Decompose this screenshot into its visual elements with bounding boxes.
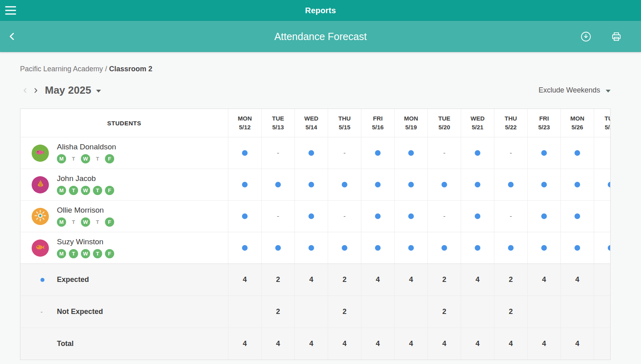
attendance-cell (427, 232, 461, 263)
student-info: Ollie MorrisonMTWTF (20, 201, 228, 232)
summary-value-cell: 4 (494, 328, 527, 360)
hamburger-menu-icon[interactable] (5, 6, 16, 15)
expected-dot-icon (441, 182, 447, 187)
summary-value-cell (594, 328, 611, 360)
attendance-cell: - (328, 137, 361, 169)
weekday-badge-0-active: M (57, 154, 66, 163)
summary-label: Not Expected (57, 308, 103, 316)
summary-value-cell (560, 296, 594, 328)
attendance-cell (494, 232, 527, 263)
sun-icon (34, 209, 46, 223)
summary-value-cell (527, 296, 560, 328)
avatar (32, 208, 49, 225)
day-header-fri-5-16: FRI5/16 (361, 109, 394, 137)
month-dropdown[interactable]: May 2025 (45, 84, 101, 97)
summary-legend (40, 278, 57, 282)
summary-value: 4 (376, 340, 380, 348)
day-date: 5/23 (538, 123, 550, 132)
weekday-badge-0-active: M (57, 249, 66, 258)
weekday-badge-1-active: T (69, 249, 78, 258)
day-date: 5/27 (605, 123, 611, 132)
table-header-row: STUDENTS MON5/12TUE5/13WED5/14THU5/15FRI… (20, 109, 611, 137)
student-name: John Jacob (57, 174, 114, 183)
summary-value: 4 (309, 276, 313, 284)
expected-dot-icon (475, 150, 480, 156)
summary-value: 2 (509, 276, 513, 284)
summary-value-cell: 2 (261, 264, 294, 296)
expected-dot-icon (574, 150, 580, 156)
day-date: 5/21 (472, 123, 483, 132)
attendance-cell (594, 137, 611, 169)
summary-value-cell: 2 (328, 264, 361, 296)
download-icon[interactable] (578, 28, 594, 44)
weekday-badge-2-active: W (81, 186, 90, 195)
attendance-cell (361, 137, 394, 169)
day-of-week: WED (304, 114, 318, 123)
weekday-badge-1-inactive: T (69, 154, 78, 163)
summary-value: 2 (442, 308, 446, 316)
summary-value: 4 (409, 340, 413, 348)
back-icon[interactable] (4, 28, 20, 44)
student-text: Ollie MorrisonMTWTF (57, 206, 114, 227)
print-icon[interactable] (608, 28, 624, 44)
day-of-week: MON (570, 114, 585, 123)
attendance-cell (394, 137, 427, 169)
attendance-cell: - (427, 137, 461, 169)
day-date: 5/16 (372, 123, 383, 132)
day-header-mon-5-19: MON5/19 (394, 109, 427, 137)
expected-dot-icon (408, 150, 414, 156)
attendance-cell (560, 201, 594, 232)
day-of-week: FRI (373, 114, 383, 123)
expected-dot-icon (242, 182, 248, 187)
day-of-week: FRI (539, 114, 549, 123)
expected-dot-icon (342, 245, 347, 251)
not-expected-dash: - (277, 212, 279, 220)
summary-value: 4 (575, 276, 579, 284)
day-date: 5/20 (438, 123, 450, 132)
students-column-header: STUDENTS (20, 109, 228, 137)
exclude-weekends-dropdown[interactable]: Exclude Weekends (538, 86, 611, 95)
expected-dot-icon (541, 182, 547, 187)
student-row-john-jacob: John JacobMTWTF (20, 169, 611, 200)
attendance-cell (361, 201, 394, 232)
summary-value: 4 (542, 340, 546, 348)
avatar (32, 145, 49, 162)
summary-label-cell: -Not Expected (20, 296, 228, 328)
attendance-cell (494, 169, 527, 200)
weekday-badge-4-active: F (105, 249, 114, 258)
summary-value-cell: 4 (527, 264, 560, 296)
weekday-badge-1-inactive: T (69, 217, 78, 227)
report-header-bar: Attendance Forecast (0, 21, 641, 52)
summary-value-cell: 4 (228, 264, 261, 296)
expected-dot-icon (408, 213, 414, 219)
expected-dot-icon (541, 150, 547, 156)
summary-value-cell (228, 296, 261, 328)
summary-value-cell: 4 (361, 328, 394, 360)
avatar (32, 176, 49, 193)
attendance-cell (394, 169, 427, 200)
summary-row-not-expected: -Not Expected2222 (20, 296, 611, 328)
attendance-cell: - (494, 137, 527, 169)
day-date: 5/13 (272, 123, 284, 132)
summary-value-cell: 2 (261, 296, 294, 328)
weekday-badges: MTWTF (57, 154, 116, 163)
day-of-week: TUE (605, 114, 611, 123)
summary-value-cell (361, 296, 394, 328)
attendance-cell (261, 169, 294, 200)
next-month-icon[interactable] (30, 84, 41, 97)
weekday-badge-4-active: F (105, 154, 114, 163)
not-expected-dash: - (40, 308, 42, 316)
day-header-tue-5-13: TUE5/13 (261, 109, 294, 137)
expected-dot-icon (574, 245, 580, 251)
day-header-mon-5-12: MON5/12 (228, 109, 261, 137)
summary-value-cell: 4 (461, 328, 494, 360)
chevron-down-icon (96, 90, 101, 93)
day-header-tue-5-20: TUE5/20 (427, 109, 461, 137)
attendance-cell (560, 169, 594, 200)
month-label: May 2025 (45, 84, 91, 97)
breadcrumb-classroom: Classroom 2 (109, 65, 152, 73)
day-of-week: MON (404, 114, 418, 123)
expected-dot-icon (375, 245, 381, 251)
shell-icon (36, 179, 45, 190)
prev-month-icon[interactable] (20, 84, 30, 97)
